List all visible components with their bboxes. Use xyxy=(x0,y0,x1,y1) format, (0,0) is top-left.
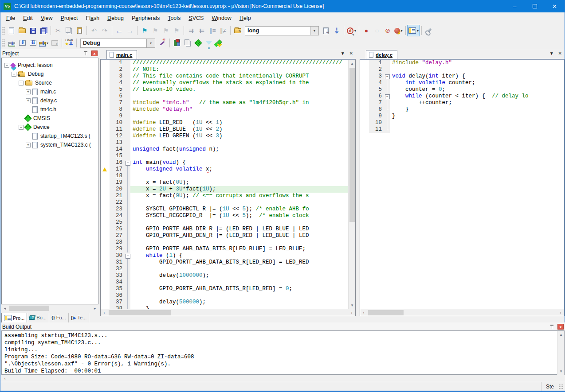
target-select[interactable] xyxy=(80,39,147,48)
tree-expander-icon[interactable]: − xyxy=(12,72,16,77)
new-file-button[interactable] xyxy=(6,25,17,36)
tab-templates[interactable]: ()▸Te... xyxy=(69,313,90,322)
batch-build-button[interactable]: ▾ xyxy=(38,38,49,48)
code-area[interactable]: 1///////////////////////////////////////… xyxy=(101,60,348,309)
menu-view[interactable]: View xyxy=(37,13,57,23)
tab-books[interactable]: Bo... xyxy=(27,313,49,322)
tab-close-icon[interactable]: ✕ xyxy=(558,51,562,56)
runtime-environment-button[interactable] xyxy=(193,38,204,48)
minimize-button[interactable]: – xyxy=(505,0,525,12)
navigate-forward-button[interactable]: → xyxy=(125,25,135,36)
build-button[interactable] xyxy=(17,38,27,48)
editor-body[interactable]: 1#include "delay.h"23void delay(int iter… xyxy=(360,59,565,316)
copy-button[interactable] xyxy=(63,25,74,36)
menu-svcs[interactable]: SVCS xyxy=(184,13,208,23)
bookmark-clear-button[interactable]: ⚑ xyxy=(171,25,182,36)
tree-expander-icon[interactable]: − xyxy=(19,81,24,85)
fold-column fold-toggle[interactable] xyxy=(384,93,390,100)
open-file-button[interactable] xyxy=(17,25,27,36)
project-tree-hscrollbar[interactable]: ◂ ▸ xyxy=(1,304,98,312)
outdent-button[interactable]: ⇇ xyxy=(196,25,207,36)
cut-button[interactable]: ✂ xyxy=(53,25,63,36)
tree-expander-icon[interactable]: + xyxy=(26,89,31,94)
project-panel-close-icon[interactable]: x xyxy=(91,50,98,56)
dropdown-caret-icon[interactable]: ▾ xyxy=(354,29,356,33)
toolbar-drag-handle[interactable] xyxy=(2,39,5,47)
breakpoint-disable-all-button[interactable]: ⊘ xyxy=(382,25,393,36)
download-button[interactable]: LOAD⇊ xyxy=(64,38,75,48)
dropdown-caret-icon[interactable]: ▾ xyxy=(47,41,48,45)
translate-button[interactable] xyxy=(6,38,17,48)
tree-expander-icon[interactable]: − xyxy=(4,63,9,68)
save-button[interactable] xyxy=(27,25,38,36)
tree-expander-icon[interactable]: + xyxy=(26,143,31,147)
tree-expander-icon[interactable]: + xyxy=(26,98,31,103)
search-input-dropdown-icon[interactable]: ▾ xyxy=(310,26,319,35)
target-select-dropdown-icon[interactable]: ▾ xyxy=(147,39,155,48)
tree-item-device[interactable]: −Device xyxy=(2,123,98,132)
bookmark-prev-button[interactable]: ⚑ xyxy=(150,25,161,36)
tree-expander-icon[interactable]: − xyxy=(19,125,24,130)
scroll-left-icon[interactable]: ‹ xyxy=(1,375,8,382)
scroll-down-icon[interactable]: ▾ xyxy=(557,368,565,375)
dropdown-caret-icon[interactable]: ▾ xyxy=(417,29,419,33)
fold-column fold-toggle[interactable] xyxy=(384,73,390,80)
menu-debug[interactable]: Debug xyxy=(103,13,128,23)
toolbar-drag-handle[interactable] xyxy=(2,27,5,35)
menu-peripherals[interactable]: Peripherals xyxy=(128,13,164,23)
code-area[interactable]: 1#include "delay.h"23void delay(int iter… xyxy=(360,60,564,309)
scroll-thumb[interactable] xyxy=(368,310,404,315)
options-for-target-button[interactable] xyxy=(157,38,168,48)
maximize-button[interactable] xyxy=(525,0,545,12)
indent-button[interactable]: ⇉ xyxy=(186,25,196,36)
debug-session-button[interactable]: d▾ xyxy=(346,25,357,36)
scroll-left-icon[interactable]: ‹ xyxy=(101,309,108,316)
menu-edit[interactable]: Edit xyxy=(19,13,37,23)
build-output-hscrollbar[interactable]: ‹ xyxy=(1,375,565,382)
tree-item-cmsis[interactable]: CMSIS xyxy=(2,114,98,123)
pack-installer-button[interactable] xyxy=(214,38,225,48)
tree-item-delay-c[interactable]: +delay.c xyxy=(2,96,98,105)
resize-grip[interactable] xyxy=(558,384,564,389)
stop-build-button[interactable] xyxy=(49,38,60,48)
multi-project-button[interactable] xyxy=(182,38,193,48)
save-all-button[interactable] xyxy=(38,25,49,36)
pin-icon[interactable] xyxy=(550,324,555,329)
tree-item-tm4c-h[interactable]: tm4c.h xyxy=(2,105,98,114)
scroll-left-icon[interactable]: ◂ xyxy=(1,305,8,312)
pin-icon[interactable] xyxy=(84,51,89,56)
tree-item-startup-tm4c123-s[interactable]: startup_TM4C123.s ( xyxy=(2,132,98,140)
undo-button[interactable]: ↶ xyxy=(89,25,99,36)
manage-project-items-button[interactable] xyxy=(172,38,182,48)
search-input[interactable] xyxy=(245,26,310,35)
scroll-thumb[interactable] xyxy=(349,68,355,222)
redo-button[interactable]: ↷ xyxy=(99,25,110,36)
select-software-packs-button[interactable] xyxy=(204,38,214,48)
tree-item-debug[interactable]: −Debug xyxy=(2,70,98,78)
bookmark-toggle-button[interactable]: ⚑ xyxy=(139,25,150,36)
breakpoint-toggle-button[interactable]: ● xyxy=(361,25,372,36)
scroll-up-icon[interactable]: ▴ xyxy=(349,60,356,67)
breakpoint-enable-button[interactable]: ○ xyxy=(372,25,382,36)
editor-body[interactable]: 1///////////////////////////////////////… xyxy=(100,59,356,316)
editor-vscrollbar[interactable]: ▴▾ xyxy=(348,60,355,309)
close-button[interactable]: ✕ xyxy=(545,0,565,12)
editor-hscrollbar[interactable]: ‹› xyxy=(101,309,355,316)
tree-item-main-c[interactable]: +main.c xyxy=(2,87,98,96)
file-tab-delay-c[interactable]: delay.c xyxy=(366,50,397,59)
menu-window[interactable]: Window xyxy=(208,13,235,23)
fold-column fold-toggle[interactable] xyxy=(125,159,130,166)
find-in-files-button[interactable]: ✎ xyxy=(232,25,243,36)
tab-list-dropdown-icon[interactable]: ▼ xyxy=(549,51,554,56)
configure-button[interactable] xyxy=(424,25,434,36)
tab-project[interactable]: Pro... xyxy=(1,313,27,322)
menu-file[interactable]: File xyxy=(2,13,19,23)
bookmark-next-button[interactable]: ⚑ xyxy=(161,25,171,36)
scroll-right-icon[interactable]: › xyxy=(348,309,355,316)
file-tab-main-c[interactable]: main.c xyxy=(106,50,137,59)
menu-tools[interactable]: Tools xyxy=(164,13,184,23)
scroll-thumb[interactable] xyxy=(9,306,49,311)
tree-item-project-lesson[interactable]: −Project: lesson xyxy=(2,61,98,70)
scroll-right-icon[interactable]: ▸ xyxy=(91,305,98,312)
paste-button[interactable] xyxy=(74,25,85,36)
